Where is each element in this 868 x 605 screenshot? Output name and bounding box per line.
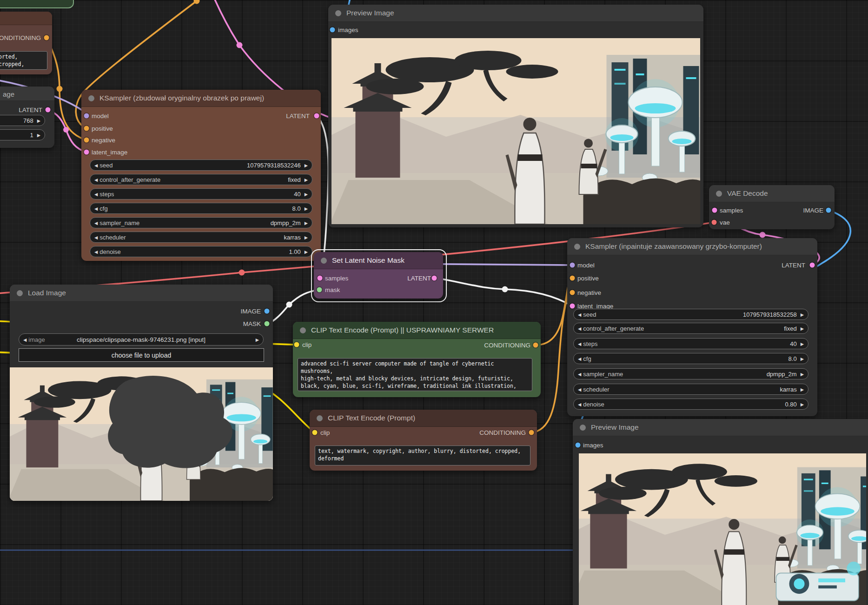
collapse-dot-icon[interactable] bbox=[321, 258, 327, 264]
image-output-slot[interactable] bbox=[265, 309, 270, 314]
decrement-arrow-icon[interactable]: ◀ bbox=[578, 402, 581, 407]
model-input-slot[interactable] bbox=[84, 113, 89, 119]
positive-input-slot[interactable] bbox=[570, 276, 575, 281]
node-header[interactable]: Set Latent Noise Mask bbox=[314, 252, 443, 269]
decrement-arrow-icon[interactable]: ◀ bbox=[578, 341, 581, 346]
reroute-dot[interactable] bbox=[237, 42, 243, 48]
collapse-dot-icon[interactable] bbox=[300, 327, 306, 333]
reroute-dot[interactable] bbox=[502, 286, 508, 293]
reroute-dot[interactable] bbox=[63, 127, 69, 133]
node-header[interactable]: CLIP Text Encode (Prompt) || USPRAWNIAMY… bbox=[293, 322, 541, 339]
node-preview-image-bottom[interactable]: Preview Image images bbox=[573, 419, 868, 605]
increment-arrow-icon[interactable]: ▶ bbox=[801, 372, 804, 377]
decrement-arrow-icon[interactable]: ◀ bbox=[94, 177, 98, 182]
node-vae-decode[interactable]: VAE Decode samples vae IMAGE bbox=[709, 185, 835, 229]
collapse-dot-icon[interactable] bbox=[88, 95, 94, 101]
conditioning-output-slot[interactable] bbox=[529, 430, 534, 435]
mask-output-slot[interactable] bbox=[265, 321, 270, 326]
node-graph-canvas[interactable]: CONDITIONING orted, cropped, age LATENT … bbox=[0, 0, 868, 605]
latent-output-slot[interactable] bbox=[46, 107, 51, 113]
collapse-dot-icon[interactable] bbox=[17, 290, 23, 296]
node-header[interactable]: CLIP Text Encode (Prompt) bbox=[310, 410, 537, 427]
decrement-arrow-icon[interactable]: ◀ bbox=[94, 192, 98, 197]
mask-input-slot[interactable] bbox=[317, 287, 322, 293]
height-widget[interactable]: 1 ▶ bbox=[0, 129, 45, 140]
increment-arrow-icon[interactable]: ▶ bbox=[801, 356, 804, 361]
image-output-slot[interactable] bbox=[826, 208, 831, 213]
samples-input-slot[interactable] bbox=[318, 276, 323, 281]
cfg-widget[interactable]: ◀ cfg 8.0 ▶ bbox=[90, 203, 312, 214]
collapse-dot-icon[interactable] bbox=[574, 244, 580, 250]
reroute-dot[interactable] bbox=[239, 270, 245, 276]
collapse-dot-icon[interactable] bbox=[580, 425, 586, 431]
increment-arrow-icon[interactable]: ▶ bbox=[801, 387, 804, 392]
decrement-arrow-icon[interactable]: ◀ bbox=[578, 387, 581, 392]
node-header[interactable]: KSampler (inpaintuje zaawansowany grzybo… bbox=[567, 238, 817, 255]
decrement-arrow-icon[interactable]: ◀ bbox=[94, 206, 98, 211]
latent-image-input-slot[interactable] bbox=[570, 304, 575, 309]
image-file-widget[interactable]: ◀ image clipspace/clipspace-mask-9746231… bbox=[19, 333, 264, 346]
samples-input-slot[interactable] bbox=[712, 208, 717, 213]
seed-widget[interactable]: ◀ seed 1079579318532246 ▶ bbox=[90, 160, 312, 171]
decrement-arrow-icon[interactable]: ◀ bbox=[94, 235, 98, 240]
node-ksampler-2[interactable]: KSampler (inpaintuje zaawansowany grzybo… bbox=[567, 238, 817, 416]
increment-arrow-icon[interactable]: ▶ bbox=[305, 220, 308, 226]
decrement-arrow-icon[interactable]: ◀ bbox=[94, 249, 98, 254]
images-input-slot[interactable] bbox=[576, 443, 581, 448]
scheduler-widget[interactable]: ◀ scheduler karras ▶ bbox=[573, 384, 808, 395]
denoise-widget[interactable]: ◀ denoise 1.00 ▶ bbox=[90, 246, 312, 257]
choose-file-button[interactable]: choose file to upload bbox=[19, 348, 264, 362]
increment-arrow-icon[interactable]: ▶ bbox=[305, 206, 308, 211]
prompt-textarea[interactable]: text, watermark, copyright, author, blur… bbox=[315, 445, 530, 465]
increment-arrow-icon[interactable]: ▶ bbox=[37, 133, 40, 138]
model-input-slot[interactable] bbox=[570, 263, 575, 268]
increment-arrow-icon[interactable]: ▶ bbox=[801, 402, 804, 407]
increment-arrow-icon[interactable]: ▶ bbox=[37, 118, 40, 123]
decrement-arrow-icon[interactable]: ◀ bbox=[578, 356, 581, 361]
increment-arrow-icon[interactable]: ▶ bbox=[305, 235, 308, 240]
increment-arrow-icon[interactable]: ▶ bbox=[305, 249, 308, 254]
reroute-dot[interactable] bbox=[286, 302, 292, 308]
node-empty-latent-fragment[interactable]: age LATENT 768 ▶ 1 ▶ bbox=[0, 86, 54, 148]
collapse-dot-icon[interactable] bbox=[716, 191, 722, 197]
conditioning-output-slot[interactable] bbox=[533, 343, 538, 348]
width-widget[interactable]: 768 ▶ bbox=[0, 115, 45, 126]
prompt-text-fragment[interactable]: orted, cropped, bbox=[0, 51, 47, 70]
node-header[interactable]: KSampler (zbudował oryginalny obrazek po… bbox=[81, 90, 321, 107]
decrement-arrow-icon[interactable]: ◀ bbox=[578, 326, 581, 331]
node-header[interactable]: Preview Image bbox=[573, 419, 868, 436]
node-preview-image-top[interactable]: Preview Image images bbox=[328, 5, 703, 227]
vae-input-slot[interactable] bbox=[712, 220, 717, 225]
control-after-generate-widget[interactable]: ◀ control_after_generate fixed ▶ bbox=[90, 174, 312, 185]
positive-input-slot[interactable] bbox=[84, 126, 89, 131]
negative-input-slot[interactable] bbox=[570, 290, 575, 295]
decrement-arrow-icon[interactable]: ◀ bbox=[94, 220, 98, 226]
reroute-dot[interactable] bbox=[57, 86, 63, 92]
node-clip-encode-positive[interactable]: CLIP Text Encode (Prompt) || USPRAWNIAMY… bbox=[293, 322, 541, 397]
increment-arrow-icon[interactable]: ▶ bbox=[801, 326, 804, 331]
negative-input-slot[interactable] bbox=[84, 138, 89, 143]
increment-arrow-icon[interactable]: ▶ bbox=[801, 312, 804, 317]
node-fragment-green[interactable] bbox=[0, 0, 74, 8]
conditioning-output-slot[interactable] bbox=[44, 35, 49, 40]
cfg-widget[interactable]: ◀ cfg 8.0 ▶ bbox=[573, 353, 808, 364]
seed-widget[interactable]: ◀ seed 1079579318532258 ▶ bbox=[573, 309, 808, 320]
prompt-textarea[interactable]: advanced sci-fi server computer made of … bbox=[298, 358, 532, 391]
images-input-slot[interactable] bbox=[330, 27, 335, 33]
node-load-image[interactable]: Load Image IMAGE MASK ◀ image clipspace/… bbox=[10, 285, 273, 501]
control-after-generate-widget[interactable]: ◀ control_after_generate fixed ▶ bbox=[573, 323, 808, 334]
collapse-dot-icon[interactable] bbox=[317, 415, 323, 421]
node-ksampler-1[interactable]: KSampler (zbudował oryginalny obrazek po… bbox=[81, 90, 321, 261]
steps-widget[interactable]: ◀ steps 40 ▶ bbox=[90, 188, 312, 199]
node-header[interactable]: VAE Decode bbox=[709, 185, 835, 202]
sampler-name-widget[interactable]: ◀ sampler_name dpmpp_2m ▶ bbox=[573, 368, 808, 379]
scheduler-widget[interactable]: ◀ scheduler karras ▶ bbox=[90, 232, 312, 243]
increment-arrow-icon[interactable]: ▶ bbox=[305, 192, 308, 197]
increment-arrow-icon[interactable]: ▶ bbox=[305, 177, 308, 182]
reroute-dot[interactable] bbox=[760, 232, 766, 238]
steps-widget[interactable]: ◀ steps 40 ▶ bbox=[573, 338, 808, 349]
node-header[interactable]: Preview Image bbox=[328, 5, 703, 22]
latent-output-slot[interactable] bbox=[810, 263, 815, 268]
node-header[interactable]: Load Image bbox=[10, 285, 273, 302]
latent-output-slot[interactable] bbox=[314, 113, 319, 119]
